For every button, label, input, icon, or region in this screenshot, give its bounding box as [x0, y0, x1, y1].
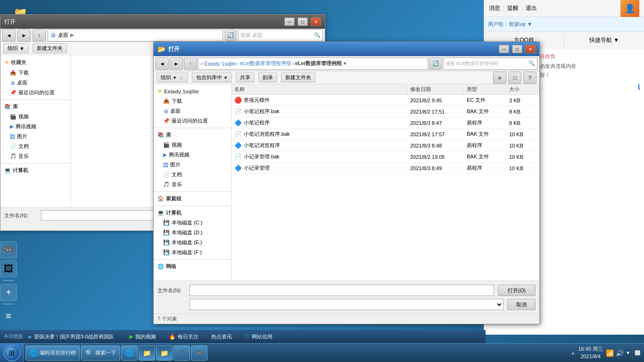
bg-search-box[interactable]: 搜索 桌面 🔍	[238, 29, 323, 41]
bg-organize-button[interactable]: 组织 ▼	[3, 43, 29, 53]
tray-volume-icon[interactable]: 🔊	[616, 349, 624, 357]
shortcut-add-button[interactable]: +	[0, 284, 17, 301]
shortcut-icon-2[interactable]: 🖼	[0, 260, 17, 277]
file-row-1[interactable]: 📄 小笔记程序.bak 2021/8/2 17:51 BAK 文件 8 KB	[231, 106, 539, 117]
main-close-button[interactable]: ✕	[525, 45, 536, 53]
my-video-button[interactable]: ▶ 我的视频	[129, 333, 156, 340]
file-row-3[interactable]: 📄 小笔记浏览程序.bak 2021/8/2 17:57 BAK 文件 10 K…	[231, 129, 539, 140]
main-sidebar-pictures[interactable]: 🖼 图片	[154, 160, 231, 170]
main-maximize-button[interactable]: □	[512, 45, 522, 53]
main-sidebar-d-drive[interactable]: 💾 本地磁盘 (D:)	[154, 228, 231, 238]
file-row-6[interactable]: 🔷 小记录管理 2021/8/3 8:49 易程序 10 KB	[231, 163, 539, 174]
main-sidebar-c-drive[interactable]: 💾 本地磁盘 (C:)	[154, 218, 231, 228]
cancel-button[interactable]: 取消	[507, 299, 536, 310]
main-share-button[interactable]: 共享	[236, 73, 255, 82]
shortcut-icon-1[interactable]: 🎮	[0, 241, 17, 258]
taskbar-item-media[interactable]: 🎵	[173, 346, 190, 361]
file-size-5: 10 KB	[506, 151, 539, 162]
taskbar-item-ie2[interactable]: 🌐	[121, 346, 138, 361]
file-row-0[interactable]: 🔴 类项元模件 2021/8/2 9:45 EC 文件 3 KB	[231, 95, 539, 106]
tray-more-icon[interactable]: ▼	[626, 350, 630, 355]
main-refresh-button[interactable]: 🔄	[429, 58, 442, 70]
file-name-1: 📄 小笔记程序.bak	[231, 106, 407, 117]
bg-new-folder-button[interactable]: 新建文件夹	[33, 43, 67, 53]
header-msg[interactable]: 消息	[489, 4, 500, 12]
main-search-box[interactable]: 搜索 eLei数据库管理例程 🔍	[443, 58, 537, 70]
main-burn-button[interactable]: 刻录	[258, 73, 277, 82]
tray-network-icon[interactable]: 📶	[606, 349, 614, 357]
main-new-folder-button[interactable]: 新建文件夹	[281, 73, 315, 82]
bg-maximize-button[interactable]: □	[297, 17, 308, 26]
main-sidebar-tencent-video[interactable]: ▶ 腾讯视频	[154, 150, 231, 160]
main-homegroup-header: 🏠 家庭组	[154, 194, 231, 204]
bg-sidebar-desktop[interactable]: 🖥 桌面	[0, 78, 71, 88]
bg-up-button[interactable]: ↑	[33, 29, 46, 41]
bg-address-bar[interactable]: 🖥 桌面 ▶	[48, 29, 223, 41]
main-organize-button[interactable]: 组织 ▼ ·1·	[157, 73, 188, 82]
main-view-button[interactable]: ≡	[493, 72, 506, 84]
hot-news-button[interactable]: 热点资讯	[211, 333, 232, 340]
taskbar-item-folder1[interactable]: 📁	[139, 346, 155, 361]
filename-input[interactable]	[190, 285, 494, 296]
tray-show-desktop[interactable]: ⬜	[635, 350, 640, 355]
bg-back-button[interactable]: ◄	[2, 29, 16, 41]
main-library-header: 📚 库	[154, 130, 231, 140]
main-back-button[interactable]: ◄	[156, 58, 169, 70]
user-label: 用户组：资源vip ▼	[488, 21, 532, 28]
taskbar-item-folder2[interactable]: 📁	[156, 346, 173, 361]
bg-sidebar-pictures[interactable]: 🖼 图片	[0, 132, 71, 141]
filetype-select[interactable]	[190, 299, 504, 310]
bg-sidebar-music[interactable]: 🎵 音乐	[0, 151, 71, 161]
bg-forward-button[interactable]: ►	[17, 29, 31, 41]
open-button[interactable]: 打开(O)	[498, 285, 536, 296]
main-help-button[interactable]: ?	[523, 72, 537, 84]
bg-close-button[interactable]: ✕	[311, 17, 321, 26]
main-address-bar[interactable]: « Estady 1sqlite › eLei数据库管理程序组 › eLei数据…	[198, 58, 428, 70]
main-sidebar-desktop[interactable]: 🖥 桌面	[154, 106, 231, 116]
start-orb[interactable]: ⊞	[3, 345, 20, 362]
bg-minimize-button[interactable]: ─	[284, 17, 295, 26]
main-sidebar-downloads[interactable]: 📥 下载	[154, 96, 231, 106]
start-button[interactable]: ⊞	[0, 344, 24, 362]
quick-nav-button[interactable]: 快捷导航 ▼	[564, 32, 644, 49]
main-sidebar-e-drive[interactable]: 💾 本地磁盘 (E:)	[154, 238, 231, 247]
main-forward-button[interactable]: ►	[170, 58, 183, 70]
taskbar-item-search[interactable]: 🔍 搜索一下	[81, 346, 120, 361]
main-include-library-button[interactable]: 包含到库中 ▼	[192, 73, 232, 82]
main-sidebar-video[interactable]: 🎬 视频	[154, 140, 231, 150]
main-sidebar-documents[interactable]: 📄 文档	[154, 170, 231, 180]
taskbar-item-ie[interactable]: 🌐 编程语言排行榜	[25, 346, 80, 361]
bg-refresh-button[interactable]: 🔄	[225, 29, 236, 41]
file-row-4[interactable]: 🔷 小笔记浏览程序 2021/8/3 8:48 易程序 10 KB	[231, 140, 539, 151]
file-date-0: 2021/8/2 9:45	[407, 95, 464, 106]
bg-sidebar-tencent-video[interactable]: ▶ 腾讯视频	[0, 122, 71, 132]
bg-sidebar-recent[interactable]: 📌 最近访问的位置	[0, 88, 71, 98]
col-date[interactable]: 修改日期	[407, 84, 464, 94]
news-item[interactable]: ▶ 晋级决赛！国乒男团3-0战胜韩国队	[28, 333, 114, 340]
bg-sidebar-documents[interactable]: 📄 文档	[0, 141, 71, 151]
col-size[interactable]: 大小	[506, 84, 539, 94]
shortcut-menu-button[interactable]: ≡	[0, 307, 17, 324]
website-credit-button[interactable]: 🛡 网站信用	[244, 333, 272, 340]
main-sidebar-recent[interactable]: 📌 最近访问的位置	[154, 116, 231, 126]
col-name[interactable]: 名称	[231, 84, 407, 94]
main-sidebar-music[interactable]: 🎵 音乐	[154, 180, 231, 189]
main-details-button[interactable]: □	[508, 72, 521, 84]
daily-focus-button[interactable]: 🔥 每日关注	[169, 333, 198, 340]
file-row-2[interactable]: 🔷 小笔记程序 2021/8/3 8:47 易程序 8 KB	[231, 117, 539, 129]
main-sidebar-f-drive[interactable]: 💾 本地磁盘 (F:)	[154, 247, 231, 257]
header-exit[interactable]: 退出	[526, 4, 537, 12]
bg-sidebar-video[interactable]: 🎬 视频	[0, 112, 71, 122]
main-up-button[interactable]: ↑	[184, 58, 197, 70]
main-minimize-button[interactable]: ─	[499, 45, 509, 53]
file-row-5[interactable]: 📄 小记录管理.bak 2021/8/2 19:05 BAK 文件 10 KB	[231, 151, 539, 163]
today-optimal[interactable]: 今日优选	[4, 333, 23, 340]
bg-sidebar-downloads[interactable]: 📥 下载	[0, 68, 71, 78]
info-button[interactable]: ℹ	[637, 83, 640, 91]
main-computer-header: 💻 计算机	[154, 208, 231, 218]
tray-icons: 📶 🔊 ▼ ⬜	[606, 346, 640, 360]
col-type[interactable]: 类型	[464, 84, 506, 94]
file-size-0: 3 KB	[506, 95, 539, 106]
taskbar-item-game[interactable]: 🎮	[191, 346, 207, 361]
header-remind[interactable]: 提醒	[507, 4, 519, 12]
